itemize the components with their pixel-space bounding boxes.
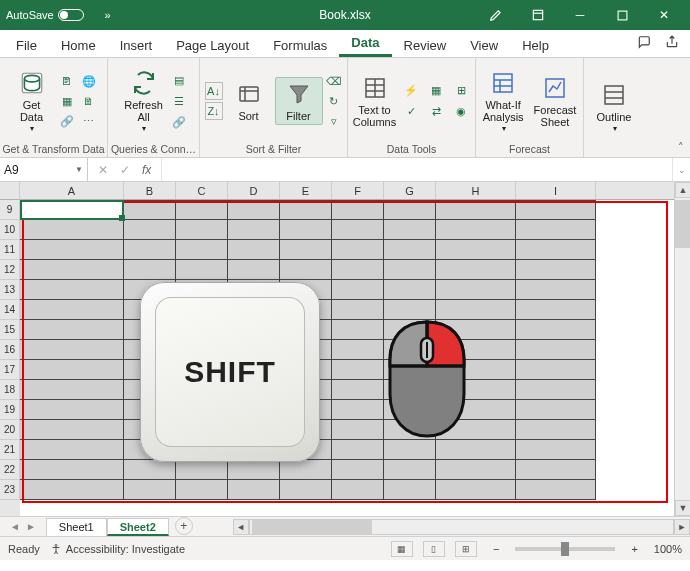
cell[interactable] <box>384 260 436 280</box>
cell[interactable] <box>124 220 176 240</box>
filter-button[interactable]: Filter <box>275 77 323 125</box>
reapply-icon[interactable]: ↻ <box>325 92 343 110</box>
row-head-12[interactable]: 12 <box>0 260 20 280</box>
row-head-18[interactable]: 18 <box>0 380 20 400</box>
cell[interactable] <box>20 380 124 400</box>
cell[interactable] <box>20 220 124 240</box>
zoom-slider[interactable] <box>515 547 615 551</box>
cell[interactable] <box>384 460 436 480</box>
row-head-14[interactable]: 14 <box>0 300 20 320</box>
cell[interactable] <box>176 260 228 280</box>
recent-sources-icon[interactable]: 🗎 <box>80 92 98 110</box>
accessibility-status[interactable]: Accessibility: Investigate <box>50 543 185 555</box>
hscroll-thumb[interactable] <box>252 520 372 534</box>
cell[interactable] <box>384 440 436 460</box>
view-normal-button[interactable]: ▦ <box>391 541 413 557</box>
remove-dup-icon[interactable]: ▦ <box>427 82 445 100</box>
cell[interactable] <box>384 280 436 300</box>
cell[interactable] <box>20 400 124 420</box>
placeholder-icon[interactable]: ⋯ <box>80 112 98 130</box>
scroll-left-button[interactable]: ◄ <box>233 519 249 535</box>
view-page-break-button[interactable]: ⊞ <box>455 541 477 557</box>
tab-insert[interactable]: Insert <box>108 34 165 57</box>
cell[interactable] <box>332 200 384 220</box>
cell[interactable] <box>176 460 228 480</box>
autosave-toggle[interactable] <box>58 9 84 21</box>
cell[interactable] <box>20 260 124 280</box>
cell[interactable] <box>516 260 596 280</box>
cell[interactable] <box>280 460 332 480</box>
row-head-9[interactable]: 9 <box>0 200 20 220</box>
queries-icon[interactable]: ▤ <box>170 71 188 89</box>
tab-review[interactable]: Review <box>392 34 459 57</box>
cell[interactable] <box>516 440 596 460</box>
view-page-layout-button[interactable]: ▯ <box>423 541 445 557</box>
sheet-nav-next-icon[interactable]: ► <box>26 521 36 532</box>
col-head-E[interactable]: E <box>280 182 332 199</box>
cell[interactable] <box>332 300 384 320</box>
row-head-22[interactable]: 22 <box>0 460 20 480</box>
cell[interactable] <box>20 480 124 500</box>
cell[interactable] <box>176 240 228 260</box>
data-model-icon[interactable]: ◉ <box>452 103 470 121</box>
name-box-dropdown-icon[interactable]: ▼ <box>75 165 83 174</box>
cell[interactable] <box>516 320 596 340</box>
cell[interactable] <box>124 200 176 220</box>
row-head-11[interactable]: 11 <box>0 240 20 260</box>
col-head-H[interactable]: H <box>436 182 516 199</box>
cell[interactable] <box>516 460 596 480</box>
horizontal-scrollbar[interactable]: ◄ ► <box>233 517 690 536</box>
cell[interactable] <box>384 220 436 240</box>
cell[interactable] <box>228 220 280 240</box>
share-icon[interactable] <box>658 32 686 55</box>
cell[interactable] <box>20 340 124 360</box>
formula-expand-icon[interactable]: ⌄ <box>672 158 690 181</box>
cell[interactable] <box>516 280 596 300</box>
col-head-A[interactable]: A <box>20 182 124 199</box>
cell[interactable] <box>280 240 332 260</box>
cell[interactable] <box>516 300 596 320</box>
worksheet-grid[interactable]: ABCDEFGHI 91011121314151617181920212223 … <box>0 182 690 516</box>
active-cell[interactable] <box>20 200 124 220</box>
cell[interactable] <box>332 400 384 420</box>
zoom-slider-thumb[interactable] <box>561 542 569 556</box>
col-head-B[interactable]: B <box>124 182 176 199</box>
cell[interactable] <box>436 480 516 500</box>
zoom-in-button[interactable]: + <box>625 543 643 555</box>
cell[interactable] <box>332 340 384 360</box>
cell[interactable] <box>332 420 384 440</box>
cell[interactable] <box>20 240 124 260</box>
cell[interactable] <box>436 240 516 260</box>
cell[interactable] <box>176 480 228 500</box>
existing-conn-icon[interactable]: 🔗 <box>58 112 76 130</box>
cell[interactable] <box>332 280 384 300</box>
cell[interactable] <box>20 320 124 340</box>
from-table-icon[interactable]: ▦ <box>58 92 76 110</box>
autosave-toggle-group[interactable]: AutoSave On <box>6 9 98 21</box>
row-head-20[interactable]: 20 <box>0 420 20 440</box>
cell[interactable] <box>516 360 596 380</box>
name-box[interactable]: A9 ▼ <box>0 158 88 181</box>
row-head-23[interactable]: 23 <box>0 480 20 500</box>
cell[interactable] <box>20 460 124 480</box>
clear-filter-icon[interactable]: ⌫ <box>325 72 343 90</box>
cell[interactable] <box>332 440 384 460</box>
cell[interactable] <box>332 480 384 500</box>
cell[interactable] <box>436 460 516 480</box>
ribbon-collapse-icon[interactable]: ˄ <box>678 141 684 154</box>
col-head-F[interactable]: F <box>332 182 384 199</box>
qat-chevron-icon[interactable]: » <box>104 9 110 21</box>
cell[interactable] <box>332 320 384 340</box>
cell[interactable] <box>124 240 176 260</box>
data-validation-icon[interactable]: ✓ <box>402 103 420 121</box>
sheet-tab-sheet2[interactable]: Sheet2 <box>107 518 169 536</box>
maximize-button[interactable] <box>602 0 642 30</box>
tab-help[interactable]: Help <box>510 34 561 57</box>
cell[interactable] <box>436 220 516 240</box>
enter-formula-icon[interactable]: ✓ <box>120 163 130 177</box>
sort-button[interactable]: Sort <box>225 78 273 124</box>
outline-button[interactable]: Outline▾ <box>590 79 638 136</box>
cell[interactable] <box>228 480 280 500</box>
cell[interactable] <box>176 220 228 240</box>
cell[interactable] <box>516 340 596 360</box>
